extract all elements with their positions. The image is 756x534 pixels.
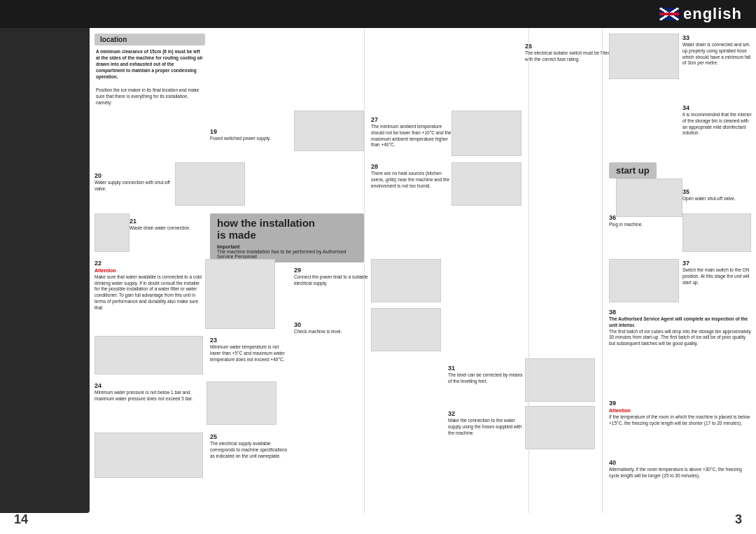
item-30-num: 30 xyxy=(294,321,371,329)
item-36-num: 36 xyxy=(609,213,679,222)
location-section: location A minimum clearance of 15cm (6 … xyxy=(94,34,205,106)
item-30: 30 Check machine is level. xyxy=(294,321,371,335)
img-30 xyxy=(371,308,441,351)
item-37: 37 Switch the main switch to the ON posi… xyxy=(682,259,752,286)
how-important: Important The machine installation has t… xyxy=(217,244,357,259)
img-29 xyxy=(371,259,441,302)
item-23-text: Minimum water temperature is not lower t… xyxy=(210,344,285,362)
how-important-text: The machine installation has to be perfo… xyxy=(217,249,346,259)
item-31-text: The level can be corrected by means of t… xyxy=(448,372,523,384)
item-38-num: 38 xyxy=(609,308,752,316)
img-28 xyxy=(451,162,522,206)
item-32: 32 Make the connection to the water supp… xyxy=(448,409,525,436)
left-panel xyxy=(0,28,90,513)
item-22: 22 Attention Make sure that water availa… xyxy=(94,259,203,311)
item-26: 26 The electrical isolator switch must b… xyxy=(525,42,612,63)
item-22-num: 22 xyxy=(94,259,203,267)
img-35 xyxy=(616,178,682,217)
item-21-num: 21 xyxy=(130,217,210,225)
item-26-num: 26 xyxy=(525,42,612,50)
language-label: english xyxy=(683,5,742,23)
item-30-text: Check machine is level. xyxy=(294,329,342,334)
img-36 xyxy=(682,213,751,252)
item-39-text: If the temperature of the room in which … xyxy=(609,414,750,426)
item-37-num: 37 xyxy=(682,259,752,267)
img-26 xyxy=(609,34,679,79)
item-34-text: It is recommended that the interior of t… xyxy=(682,112,752,135)
item-21: 21 Waste drain water connection. xyxy=(130,217,210,232)
item-31-num: 31 xyxy=(448,364,525,372)
item-33-text: Water drain is connected and set-up prop… xyxy=(682,42,750,65)
item-29: 29 Connect the power lead to a suitable … xyxy=(294,266,371,287)
item-27-num: 27 xyxy=(371,115,451,124)
img-21 xyxy=(94,213,130,252)
item-25-text: The electrical supply available correspo… xyxy=(210,441,287,458)
img-23 xyxy=(94,336,203,374)
item-40-num: 40 xyxy=(609,458,752,467)
img-22 xyxy=(205,259,275,329)
item-21-text: Waste drain water connection. xyxy=(130,225,190,230)
item-28-num: 28 xyxy=(371,162,451,171)
item-19-num: 19 xyxy=(210,127,287,136)
item-38: 38 The Authorised Service Agent will com… xyxy=(609,308,752,347)
gb-flag-icon xyxy=(659,8,679,20)
location-intro: Position the ice maker in its final loca… xyxy=(96,87,199,105)
img-19 xyxy=(294,111,364,151)
img-25 xyxy=(94,433,203,478)
img-27 xyxy=(451,111,522,156)
item-29-num: 29 xyxy=(294,266,371,274)
item-20-text: Water supply connection with shut-off va… xyxy=(94,180,170,191)
item-23-num: 23 xyxy=(210,336,290,344)
item-20-num: 20 xyxy=(94,171,175,180)
img-37 xyxy=(609,259,679,302)
page-number-right: 3 xyxy=(735,512,742,527)
item-25-num: 25 xyxy=(210,433,290,441)
item-24-num: 24 xyxy=(94,381,203,390)
item-36: 36 Plug in machine. xyxy=(609,213,679,228)
item-37-text: Switch the main switch to the ON positio… xyxy=(682,267,749,285)
item-39-num: 39 xyxy=(609,399,752,407)
item-35: 35 Open water shut-off valve. xyxy=(682,188,752,202)
item-28-text: There are no heat sources (kitchen ovens… xyxy=(371,171,449,188)
top-bar: english xyxy=(0,0,756,28)
item-32-text: Make the connection to the water supply … xyxy=(448,418,522,435)
item-39-title: Attention xyxy=(609,408,631,413)
img-32 xyxy=(525,406,595,449)
item-40: 40 Alternatively, if the room temperatur… xyxy=(609,458,752,479)
how-header-line2: is made xyxy=(217,229,357,241)
item-32-num: 32 xyxy=(448,409,525,418)
item-22-text: Make sure that water available is connec… xyxy=(94,274,202,310)
divider-vertical-2 xyxy=(528,28,529,513)
divider-vertical-3 xyxy=(602,28,603,513)
page-number-left: 14 xyxy=(14,512,28,527)
item-19-text: Fused switched power supply. xyxy=(210,136,271,141)
how-header: how the installation is made Important T… xyxy=(210,213,364,262)
item-25: 25 The electrical supply available corre… xyxy=(210,433,290,459)
item-23: 23 Minimum water temperature is not lowe… xyxy=(210,336,290,363)
img-31 xyxy=(525,358,595,402)
item-27-text: The minimum ambient temperature should n… xyxy=(371,124,451,147)
language-badge: english xyxy=(659,5,742,23)
item-33-num: 33 xyxy=(682,34,752,42)
item-38-text: The first batch of ice cubes will drop i… xyxy=(609,329,751,346)
item-35-num: 35 xyxy=(682,188,752,196)
item-35-text: Open water shut-off valve. xyxy=(682,196,736,201)
item-24: 24 Minimum water pressure is not below 1… xyxy=(94,381,203,402)
location-body: A minimum clearance of 15cm (6 in) must … xyxy=(94,48,205,106)
item-22-title: Attention xyxy=(94,268,116,273)
item-34: 34 It is recommended that the interior o… xyxy=(682,104,752,136)
item-20: 20 Water supply connection with shut-off… xyxy=(94,171,175,192)
item-34-num: 34 xyxy=(682,104,752,112)
item-39: 39 Attention If the temperature of the r… xyxy=(609,399,752,426)
item-38-title: The Authorised Service Agent will comple… xyxy=(609,316,748,328)
how-important-label: Important xyxy=(217,244,239,249)
img-20 xyxy=(175,162,245,206)
item-26-text: The electrical isolator switch must be f… xyxy=(525,50,610,62)
item-24-text: Minimum water pressure is not below 1 ba… xyxy=(94,390,193,401)
item-31: 31 The level can be corrected by means o… xyxy=(448,364,525,385)
item-36-text: Plug in machine. xyxy=(609,222,643,227)
divider-vertical xyxy=(364,28,365,513)
item-27: 27 The minimum ambient temperature shoul… xyxy=(371,115,451,148)
location-header: location xyxy=(94,34,205,45)
how-header-line1: how the installation xyxy=(217,217,357,229)
